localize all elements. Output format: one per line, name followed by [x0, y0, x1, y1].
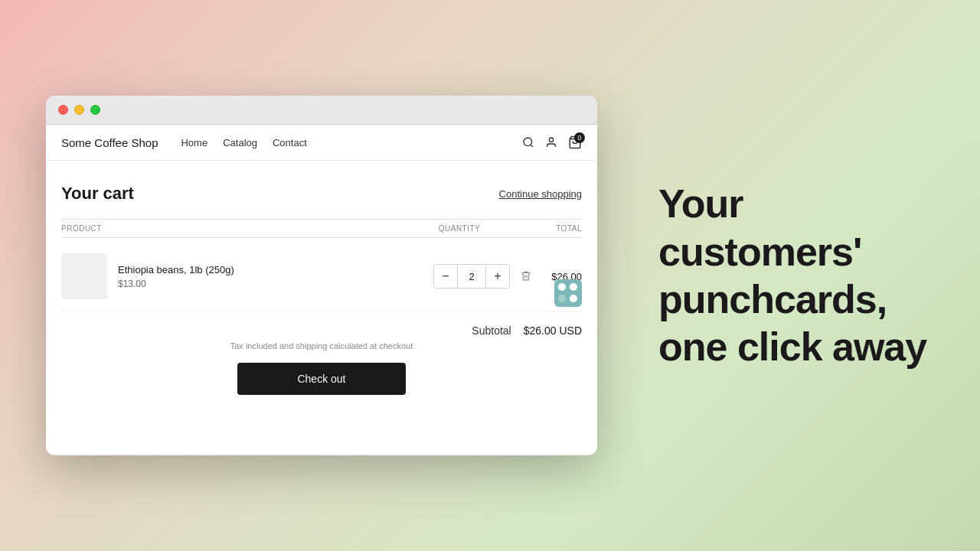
- store-name: Some Coffee Shop: [61, 136, 158, 149]
- cart-header: Your cart Continue shopping: [61, 184, 582, 204]
- tax-note: Tax included and shipping calculated at …: [61, 341, 582, 350]
- quantity-increase-button[interactable]: +: [486, 265, 509, 288]
- search-icon: [522, 136, 534, 148]
- cart-button[interactable]: 0: [568, 135, 582, 149]
- checkout-button[interactable]: Check out: [237, 363, 406, 395]
- browser-content: Some Coffee Shop Home Catalog Contact: [46, 125, 597, 454]
- nav-icons: 0: [522, 135, 582, 149]
- account-button[interactable]: [545, 136, 557, 148]
- item-info: Ethiopia beans, 1lb (250g) $13.00: [118, 264, 433, 289]
- col-quantity-header: QUANTITY: [398, 224, 521, 233]
- col-total-header: TOTAL: [521, 224, 582, 233]
- quantity-decrease-button[interactable]: −: [434, 265, 457, 288]
- browser-titlebar: [46, 96, 597, 125]
- store-nav: Some Coffee Shop Home Catalog Contact: [46, 125, 597, 161]
- punchcard-widget[interactable]: [554, 279, 582, 307]
- punch-dot-2: [570, 283, 577, 291]
- svg-point-2: [549, 138, 553, 142]
- promo-text: Your customers' punchcards, one click aw…: [597, 180, 934, 371]
- continue-shopping-link[interactable]: Continue shopping: [499, 188, 582, 200]
- nav-catalog[interactable]: Catalog: [223, 137, 257, 148]
- nav-contact[interactable]: Contact: [273, 137, 307, 148]
- item-image: [61, 253, 107, 299]
- account-icon: [545, 136, 557, 148]
- col-product-header: PRODUCT: [61, 224, 398, 233]
- cart-page: Your cart Continue shopping PRODUCT QUAN…: [46, 161, 597, 413]
- quantity-control: − 2 +: [433, 264, 510, 289]
- promo-line1: Your customers': [658, 180, 934, 276]
- subtotal-row: Subtotal $26.00 USD: [61, 324, 582, 337]
- search-button[interactable]: [522, 136, 534, 148]
- punch-dot-4: [570, 295, 577, 302]
- item-price: $13.00: [118, 279, 433, 289]
- svg-line-1: [531, 145, 533, 147]
- subtotal-value: $26.00 USD: [524, 324, 582, 337]
- quantity-value: 2: [457, 265, 486, 288]
- punch-dot-1: [558, 283, 566, 291]
- svg-point-0: [524, 138, 532, 146]
- promo-line3: one click away: [658, 323, 934, 370]
- browser-window: Some Coffee Shop Home Catalog Contact: [46, 96, 597, 455]
- traffic-light-minimize[interactable]: [74, 105, 84, 115]
- cart-summary: Subtotal $26.00 USD Tax included and shi…: [61, 324, 582, 395]
- cart-badge: 0: [574, 132, 585, 143]
- punch-dot-3: [558, 295, 566, 302]
- delete-item-button[interactable]: [521, 270, 531, 283]
- nav-links: Home Catalog Contact: [181, 137, 522, 148]
- traffic-light-close[interactable]: [58, 105, 68, 115]
- traffic-light-maximize[interactable]: [90, 105, 100, 115]
- cart-item: Ethiopia beans, 1lb (250g) $13.00 − 2 + …: [61, 241, 582, 312]
- subtotal-label: Subtotal: [472, 324, 511, 337]
- cart-title: Your cart: [61, 184, 134, 204]
- cart-table-header: PRODUCT QUANTITY TOTAL: [61, 219, 582, 238]
- trash-icon: [521, 270, 531, 281]
- promo-line2: punchcards,: [658, 276, 934, 323]
- item-name: Ethiopia beans, 1lb (250g): [118, 264, 433, 276]
- nav-home[interactable]: Home: [181, 137, 207, 148]
